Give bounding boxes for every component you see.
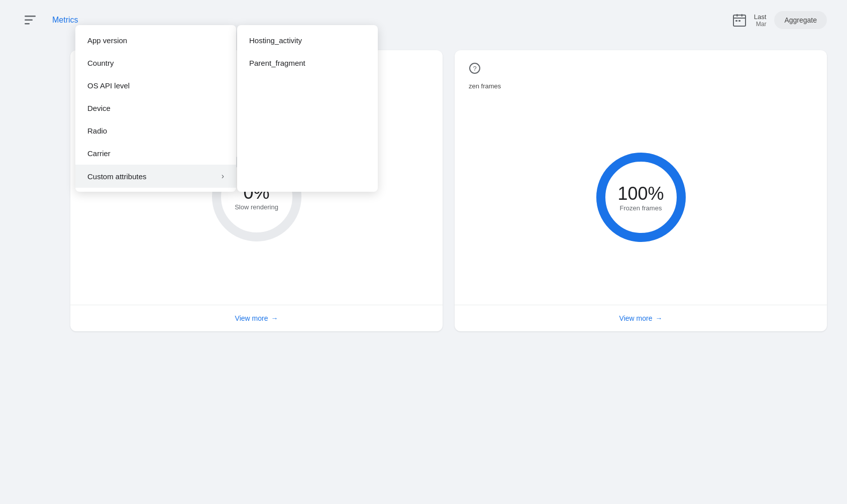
dropdown-overlay: App version Country OS API level Device … [75, 25, 378, 192]
calendar-icon [733, 14, 746, 27]
filter-icon [25, 16, 36, 25]
date-sub: Mar [756, 21, 767, 28]
date-info: Last Mar [754, 13, 767, 28]
frozen-frames-card: ? zen frames 100% Frozen frames [455, 50, 827, 331]
frozen-view-more-link[interactable]: View more → [469, 314, 813, 322]
dropdown-item-radio[interactable]: Radio [75, 119, 236, 142]
frozen-donut-center: 100% Frozen frames [617, 183, 664, 212]
chevron-right-icon: › [222, 172, 224, 181]
svg-text:?: ? [473, 65, 476, 72]
dropdown-item-custom-attributes[interactable]: Custom attributes › [75, 165, 236, 188]
slow-view-more-link[interactable]: View more → [84, 314, 429, 322]
dropdown-item-carrier[interactable]: Carrier [75, 142, 236, 165]
dropdown-item-hosting-activity[interactable]: Hosting_activity [237, 29, 378, 52]
dropdown-item-device[interactable]: Device [75, 97, 236, 119]
slow-label: Slow rendering [235, 203, 278, 211]
svg-rect-6 [733, 18, 746, 19]
dropdown-item-parent-fragment[interactable]: Parent_fragment [237, 52, 378, 74]
aggregate-button[interactable]: Aggregate [774, 11, 827, 29]
filter-button[interactable] [20, 10, 40, 30]
frozen-percent: 100% [617, 183, 664, 204]
svg-rect-7 [735, 20, 737, 22]
frozen-frames-subtitle: zen frames [455, 80, 827, 90]
svg-rect-2 [25, 23, 30, 25]
arrow-right-icon-2: → [655, 314, 662, 322]
dropdown-item-app-version[interactable]: App version [75, 29, 236, 52]
dropdown-item-os-api-level[interactable]: OS API level [75, 74, 236, 97]
svg-rect-0 [25, 16, 36, 17]
svg-rect-5 [741, 14, 743, 17]
frozen-frames-footer: View more → [455, 305, 827, 331]
dropdown-secondary: Hosting_activity Parent_fragment [237, 25, 378, 192]
svg-rect-8 [738, 20, 740, 22]
info-icon: ? [469, 62, 481, 74]
arrow-right-icon: → [271, 314, 278, 322]
svg-rect-4 [736, 14, 738, 17]
frozen-frames-title: ? [455, 50, 827, 80]
frozen-donut-container: 100% Frozen frames [586, 142, 696, 253]
dropdown-item-country[interactable]: Country [75, 52, 236, 74]
slow-rendering-footer: View more → [70, 305, 443, 331]
date-label: Last [754, 13, 767, 21]
frozen-label: Frozen frames [617, 204, 664, 212]
dropdown-primary: App version Country OS API level Device … [75, 25, 236, 192]
frozen-frames-body: 100% Frozen frames [455, 90, 827, 305]
top-bar-right: Last Mar Aggregate [733, 11, 827, 29]
svg-rect-1 [25, 20, 33, 21]
